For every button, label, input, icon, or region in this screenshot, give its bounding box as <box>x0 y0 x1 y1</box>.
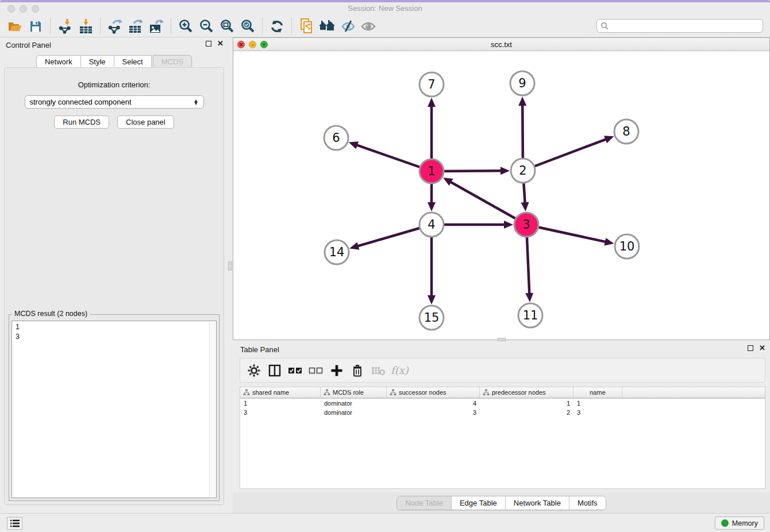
edge-arrowhead <box>428 98 436 107</box>
network-canvas[interactable]: 7968124314101511 <box>233 51 769 340</box>
graph-node-label: 15 <box>424 311 440 325</box>
table-settings-gear-icon[interactable] <box>245 362 263 379</box>
mcds-result-textarea[interactable]: 13 <box>11 321 217 498</box>
table-body: 1dominator4113dominator323 <box>240 399 765 417</box>
optimization-criterion-dropdown[interactable]: strongly connected component ▲▼ <box>25 95 204 109</box>
result-scrollbar[interactable] <box>209 322 215 497</box>
column-header-name[interactable]: name <box>573 387 622 398</box>
table-cell[interactable]: 4 <box>387 400 480 407</box>
tab-network[interactable]: Network <box>36 55 81 68</box>
tab-style[interactable]: Style <box>81 55 114 68</box>
search-input[interactable] <box>611 22 759 30</box>
import-network-icon[interactable] <box>55 17 75 36</box>
mcds-result-lines: 13 <box>16 322 208 496</box>
hide-graphics-details-icon[interactable] <box>337 17 358 36</box>
tab-select[interactable]: Select <box>114 55 152 68</box>
optimization-criterion-label: Optimization criterion: <box>5 80 224 89</box>
close-panel-button[interactable]: Close panel <box>117 115 174 129</box>
birds-eye-view-icon[interactable] <box>358 17 379 36</box>
tab-motifs[interactable]: Motifs <box>569 496 606 510</box>
toolbar-separator <box>100 18 101 34</box>
tab-network-table[interactable]: Network Table <box>505 496 569 510</box>
table-cell[interactable]: 1 <box>240 400 321 407</box>
table-cell[interactable]: 3 <box>573 409 622 416</box>
clone-network-icon[interactable] <box>296 17 317 36</box>
edge-arrowhead <box>604 238 614 246</box>
zoom-out-icon[interactable] <box>196 17 217 36</box>
tab-node-table[interactable]: Node Table <box>397 496 451 510</box>
search-box[interactable] <box>596 19 763 33</box>
zoom-in-icon[interactable] <box>175 17 196 36</box>
edge-arrowhead <box>518 97 526 106</box>
graph-node-label: 2 <box>519 164 526 178</box>
open-folder-icon[interactable] <box>5 17 25 36</box>
export-network-icon[interactable] <box>105 17 125 36</box>
edge-arrowhead <box>500 167 510 175</box>
column-header-successor-nodes[interactable]: successor nodes <box>387 387 480 398</box>
column-header-MCDS-role[interactable]: MCDS role <box>321 387 387 398</box>
graph-node-label: 8 <box>622 125 630 138</box>
tab-edge-table[interactable]: Edge Table <box>451 496 505 510</box>
search-icon <box>600 22 609 30</box>
column-header-predecessor-nodes[interactable]: predecessor nodes <box>480 387 573 398</box>
export-image-icon[interactable] <box>146 17 167 36</box>
table-cell[interactable]: 3 <box>387 409 480 416</box>
sitemap-icon <box>390 389 396 396</box>
network-window-titlebar[interactable]: ✕ − + scc.txt <box>233 38 769 51</box>
toolbar-separator <box>291 18 292 34</box>
refresh-icon[interactable] <box>267 17 287 36</box>
deselect-all-icon[interactable] <box>307 362 325 379</box>
titlebar[interactable]: Session: New Session <box>0 2 770 16</box>
column-selector-icon[interactable] <box>265 362 284 379</box>
table-cell[interactable]: 1 <box>573 400 622 407</box>
sitemap-icon <box>483 389 490 396</box>
float-table-panel-icon[interactable] <box>748 345 753 351</box>
close-panel-icon[interactable]: ✕ <box>217 41 224 47</box>
table-cell[interactable]: dominator <box>321 409 387 416</box>
close-table-panel-icon[interactable]: ✕ <box>759 345 765 351</box>
chevron-up-down-icon: ▲▼ <box>194 99 199 105</box>
zoom-fit-icon[interactable] <box>217 17 237 36</box>
table-tabs-strip: Node TableEdge TableNetwork TableMotifs <box>233 492 770 513</box>
function-builder-icon: f(x) <box>391 364 409 376</box>
table-cell[interactable]: 2 <box>480 409 573 416</box>
task-history-button[interactable] <box>7 517 22 530</box>
table-cell[interactable]: 3 <box>240 409 321 416</box>
float-panel-icon[interactable] <box>206 41 211 47</box>
toolbar-separator <box>171 18 171 34</box>
zoom-selected-icon[interactable] <box>237 17 258 36</box>
table-row[interactable]: 1dominator411 <box>240 399 765 408</box>
horizontal-splitter-grip[interactable] <box>498 338 506 341</box>
tab-mcds[interactable]: MCDS <box>153 55 192 68</box>
edge-arrowhead <box>521 202 529 211</box>
graph-node-label: 4 <box>428 218 435 232</box>
add-column-icon[interactable] <box>328 362 346 379</box>
export-table-icon[interactable] <box>125 17 146 36</box>
application-window: Session: New Session <box>0 0 770 532</box>
column-header-shared-name[interactable]: shared name <box>240 387 321 398</box>
window-title: Session: New Session <box>0 4 770 13</box>
delete-column-icon[interactable] <box>348 362 367 379</box>
vertical-splitter-grip[interactable] <box>228 261 232 271</box>
mcds-panel: Optimization criterion: strongly connect… <box>4 67 224 505</box>
control-panel: Control Panel ✕ NetworkStyleSelectMCDS O… <box>0 37 228 513</box>
column-header-label: shared name <box>252 389 289 396</box>
graph-edge-3-1[interactable] <box>450 182 526 225</box>
graph-edge-2-8[interactable] <box>523 139 606 171</box>
import-table-icon[interactable] <box>75 17 96 36</box>
table-row[interactable]: 3dominator323 <box>240 408 765 417</box>
run-mcds-button[interactable]: Run MCDS <box>54 115 109 129</box>
control-panel-tabs: NetworkStyleSelectMCDS <box>0 55 228 68</box>
node-table[interactable]: shared nameMCDS rolesuccessor nodesprede… <box>240 387 765 489</box>
edge-arrowhead <box>525 293 533 302</box>
graph-node-label: 10 <box>619 240 635 253</box>
result-line: 3 <box>16 332 208 342</box>
select-all-icon[interactable] <box>286 362 305 379</box>
memory-button[interactable]: Memory <box>715 516 764 530</box>
network-graph[interactable]: 7968124314101511 <box>233 51 769 340</box>
edge-arrowhead <box>504 221 513 229</box>
save-icon[interactable] <box>25 17 46 36</box>
home-networks-icon[interactable] <box>317 17 337 36</box>
table-cell[interactable]: 1 <box>480 400 573 407</box>
table-cell[interactable]: dominator <box>321 400 387 407</box>
